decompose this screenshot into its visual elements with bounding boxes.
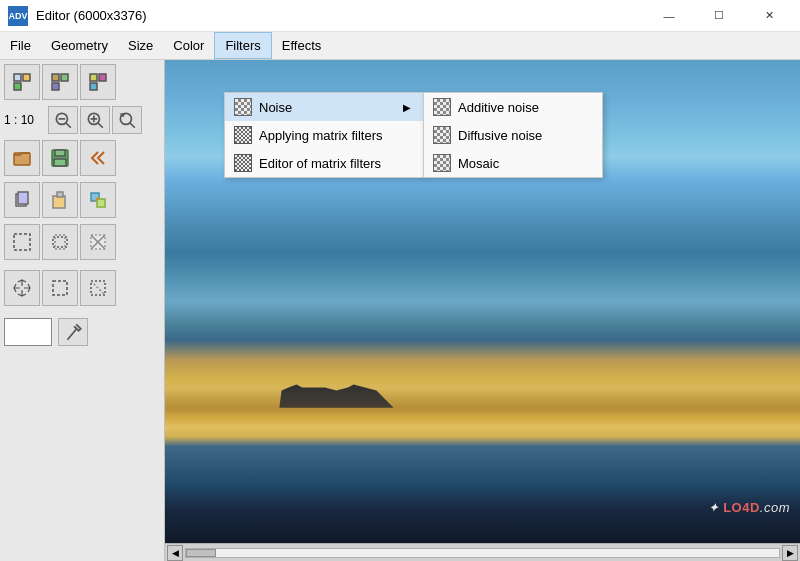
window-controls: — ☐ ✕ xyxy=(646,0,792,32)
svg-rect-4 xyxy=(61,74,68,81)
menu-size[interactable]: Size xyxy=(118,32,163,59)
svg-rect-29 xyxy=(14,234,30,250)
maximize-button[interactable]: ☐ xyxy=(696,0,742,32)
toolbar-row-1 xyxy=(4,64,160,100)
tool-paste[interactable] xyxy=(42,182,78,218)
menu-geometry[interactable]: Geometry xyxy=(41,32,118,59)
color-swatch[interactable] xyxy=(4,318,52,346)
tool-r3[interactable] xyxy=(80,224,116,260)
svg-line-13 xyxy=(98,123,103,128)
svg-rect-27 xyxy=(97,199,105,207)
noise-icon xyxy=(233,97,253,117)
additive-noise-icon xyxy=(432,97,452,117)
svg-rect-20 xyxy=(55,150,65,156)
svg-rect-35 xyxy=(53,281,67,295)
toolbar-row-5 xyxy=(4,224,160,260)
zoom-in-btn[interactable] xyxy=(80,106,110,134)
noise-submenu: Additive noise Diffusive noise Mosaic xyxy=(423,92,603,178)
fit-btn[interactable] xyxy=(112,106,142,134)
svg-rect-0 xyxy=(14,74,21,81)
close-button[interactable]: ✕ xyxy=(746,0,792,32)
pen-tool[interactable] xyxy=(58,318,88,346)
svg-rect-25 xyxy=(57,192,63,197)
filters-dropdown: Noise ▶ Additive noise Diffusive noise xyxy=(224,92,424,178)
svg-line-17 xyxy=(130,123,135,128)
editor-matrix-item[interactable]: Editor of matrix filters xyxy=(225,149,423,177)
menu-file[interactable]: File xyxy=(0,32,41,59)
svg-rect-6 xyxy=(90,74,97,81)
window-title: Editor (6000x3376) xyxy=(36,8,646,23)
applying-matrix-item[interactable]: Applying matrix filters xyxy=(225,121,423,149)
tool-btn-2[interactable] xyxy=(42,64,78,100)
mosaic-icon xyxy=(432,153,452,173)
svg-rect-23 xyxy=(18,192,28,204)
pan-tool[interactable] xyxy=(4,270,40,306)
scroll-track[interactable] xyxy=(185,548,780,558)
menu-bar: File Geometry Size Color Filters Effects… xyxy=(0,32,800,60)
svg-line-10 xyxy=(66,123,71,128)
svg-rect-5 xyxy=(52,83,59,90)
menu-color[interactable]: Color xyxy=(163,32,214,59)
tool-save[interactable] xyxy=(42,140,78,176)
diffusive-noise-item[interactable]: Diffusive noise xyxy=(424,121,602,149)
scroll-left-arrow[interactable]: ◀ xyxy=(167,545,183,561)
tool-back[interactable] xyxy=(80,140,116,176)
submenu-arrow: ▶ xyxy=(387,102,411,113)
toolbar-panel: 1 : 10 xyxy=(0,60,165,561)
svg-rect-3 xyxy=(52,74,59,81)
menu-effects[interactable]: Effects xyxy=(272,32,332,59)
title-bar: ADV Editor (6000x3376) — ☐ ✕ xyxy=(0,0,800,32)
menu-filters[interactable]: Filters xyxy=(214,32,271,59)
zoom-label: 1 : 10 xyxy=(4,113,44,127)
toolbar-row-3 xyxy=(4,140,160,176)
color-row xyxy=(4,318,160,346)
tool-open[interactable] xyxy=(4,140,40,176)
editor-matrix-icon xyxy=(233,153,253,173)
minimize-button[interactable]: — xyxy=(646,0,692,32)
additive-noise-item[interactable]: Additive noise xyxy=(424,93,602,121)
svg-rect-24 xyxy=(53,196,65,208)
scroll-right-arrow[interactable]: ▶ xyxy=(782,545,798,561)
matrix-filter-icon xyxy=(233,125,253,145)
filters-noise-item[interactable]: Noise ▶ Additive noise Diffusive noise xyxy=(225,93,423,121)
app-icon: ADV xyxy=(8,6,28,26)
tool-btn-1[interactable] xyxy=(4,64,40,100)
svg-rect-31 xyxy=(55,235,65,249)
tool-transform[interactable] xyxy=(80,182,116,218)
tool-copy[interactable] xyxy=(4,182,40,218)
diffusive-noise-icon xyxy=(432,125,452,145)
zoom-row: 1 : 10 xyxy=(4,106,160,134)
mosaic-item[interactable]: Mosaic xyxy=(424,149,602,177)
svg-line-37 xyxy=(91,281,105,295)
scroll-thumb[interactable] xyxy=(186,549,216,557)
tool-r2[interactable] xyxy=(42,224,78,260)
watermark: ✦ LO4D.com xyxy=(708,500,790,515)
tool-r1[interactable] xyxy=(4,224,40,260)
tool-btn-3[interactable] xyxy=(80,64,116,100)
toolbar-row-6 xyxy=(4,270,160,306)
svg-rect-7 xyxy=(99,74,106,81)
magic-select-tool[interactable] xyxy=(80,270,116,306)
svg-rect-2 xyxy=(14,83,21,90)
canvas-scrollbar: ◀ ▶ xyxy=(165,543,800,561)
zoom-out-btn[interactable] xyxy=(48,106,78,134)
svg-rect-21 xyxy=(54,159,66,166)
svg-rect-1 xyxy=(23,74,30,81)
toolbar-row-4 xyxy=(4,182,160,218)
svg-rect-8 xyxy=(90,83,97,90)
select-tool[interactable] xyxy=(42,270,78,306)
